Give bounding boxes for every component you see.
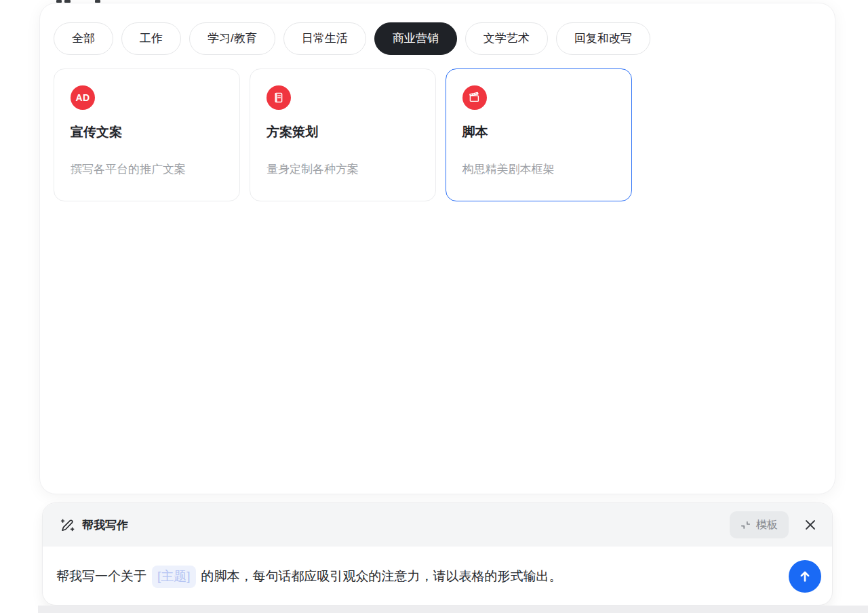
topic-placeholder-token[interactable]: [主题] [152, 566, 196, 588]
clapperboard-icon [462, 85, 487, 110]
card-subtitle: 量身定制各种方案 [267, 161, 419, 177]
page-bottom-strip [38, 606, 868, 613]
prompt-prefix: 帮我写一个关于 [56, 568, 146, 585]
composer-title-group: 帮我写作 [59, 517, 128, 533]
tab-literature-art[interactable]: 文学艺术 [465, 22, 548, 55]
card-plan-proposal[interactable]: 方案策划 量身定制各种方案 [250, 68, 436, 201]
card-title: 脚本 [462, 123, 616, 141]
card-subtitle: 撰写各平台的推广文案 [71, 161, 223, 177]
magic-pencil-icon [59, 517, 75, 533]
template-icon [741, 520, 751, 530]
close-button[interactable] [804, 518, 817, 532]
tab-all[interactable]: 全部 [54, 22, 113, 55]
tab-study-education[interactable]: 学习/教育 [189, 22, 275, 55]
ad-badge-icon: AD [71, 85, 95, 110]
card-title: 宣传文案 [71, 123, 223, 141]
template-button[interactable]: 模板 [730, 511, 789, 538]
tab-business-marketing[interactable]: 商业营销 [374, 22, 457, 55]
tab-work[interactable]: 工作 [121, 22, 181, 55]
card-title: 方案策划 [267, 123, 419, 141]
composer-title: 帮我写作 [82, 517, 128, 533]
composer-input-row: 帮我写一个关于 [主题] 的脚本，每句话都应吸引观众的注意力，请以表格的形式输出… [43, 547, 832, 606]
card-subtitle: 构思精美剧本框架 [462, 161, 616, 177]
category-tabs: 全部 工作 学习/教育 日常生活 商业营销 文学艺术 回复和改写 [40, 3, 835, 55]
tab-reply-rewrite[interactable]: 回复和改写 [556, 22, 650, 55]
send-button[interactable] [789, 560, 821, 593]
ad-badge-label: AD [76, 92, 90, 103]
composer-panel: 帮我写作 模板 帮我写一个关于 [主题] 的脚本，每句话都应吸引观众的注意 [42, 502, 833, 606]
template-cards: AD 宣传文案 撰写各平台的推广文案 方案策划 量身定制各种方案 [40, 55, 835, 201]
tab-daily-life[interactable]: 日常生活 [283, 22, 366, 55]
composer-header: 帮我写作 模板 [43, 503, 832, 547]
close-icon [804, 518, 817, 532]
send-icon [797, 568, 813, 585]
document-icon [267, 85, 291, 110]
prompt-suffix: 的脚本，每句话都应吸引观众的注意力，请以表格的形式输出。 [201, 568, 562, 585]
template-gallery-panel: 全部 工作 学习/教育 日常生活 商业营销 文学艺术 回复和改写 AD 宣传文案… [39, 3, 835, 494]
prompt-input[interactable]: 帮我写一个关于 [主题] 的脚本，每句话都应吸引观众的注意力，请以表格的形式输出… [56, 566, 789, 588]
card-script[interactable]: 脚本 构思精美剧本框架 [446, 68, 632, 201]
card-promo-copy[interactable]: AD 宣传文案 撰写各平台的推广文案 [54, 68, 240, 201]
template-button-label: 模板 [756, 518, 778, 532]
